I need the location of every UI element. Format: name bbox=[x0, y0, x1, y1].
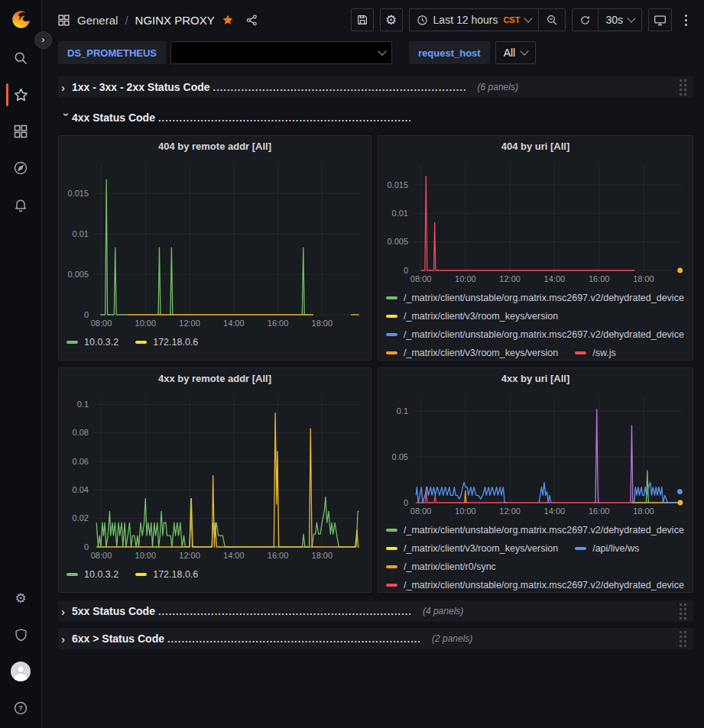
refresh-icon bbox=[579, 15, 591, 26]
panel-legend: /_matrix/client/unstable/org.matrix.msc2… bbox=[378, 287, 693, 360]
refresh-group: 30s bbox=[572, 8, 642, 31]
row-drag-handle[interactable] bbox=[680, 79, 687, 96]
favorite-star-icon[interactable] bbox=[222, 14, 234, 26]
variable-label-datasource[interactable]: DS_PROMETHEUS bbox=[58, 41, 166, 64]
panel-chart-area[interactable]: 08:0010:0012:0014:0016:0018:0000.050.1 bbox=[378, 390, 693, 519]
dashboards-grid-icon bbox=[13, 124, 28, 139]
legend-item[interactable]: /_matrix/client/v3/room_keys/version bbox=[386, 311, 558, 322]
refresh-button[interactable] bbox=[573, 9, 598, 31]
legend-item[interactable]: 172.18.0.6 bbox=[135, 569, 198, 580]
legend-series-swatch bbox=[135, 341, 147, 344]
svg-text:0.01: 0.01 bbox=[392, 209, 408, 218]
row-drag-handle[interactable] bbox=[680, 631, 687, 648]
legend-series-label: 172.18.0.6 bbox=[153, 569, 198, 580]
refresh-interval-picker[interactable]: 30s bbox=[599, 9, 641, 31]
sidebar-item-profile[interactable] bbox=[0, 662, 42, 681]
sidebar-item-configuration[interactable]: ⚙ bbox=[0, 589, 42, 607]
chevron-right-icon: › bbox=[61, 81, 72, 94]
legend-row: 10.0.3.2172.18.0.6 bbox=[67, 565, 363, 584]
zoom-out-time-button[interactable] bbox=[539, 9, 565, 31]
panel-title[interactable]: 404 by remote addr [All] bbox=[59, 136, 371, 157]
row-title: 6xx > Status Code bbox=[72, 633, 164, 645]
search-icon bbox=[13, 50, 28, 66]
sidebar-item-starred[interactable] bbox=[0, 86, 42, 104]
legend-row: /_matrix/client/unstable/org.matrix.msc2… bbox=[386, 576, 685, 592]
row-6xx[interactable]: › 6xx > Status Code ....................… bbox=[58, 628, 693, 649]
legend-series-label: /sw.js bbox=[592, 348, 616, 358]
panel-chart-area[interactable]: 08:0010:0012:0014:0016:0018:0000.0050.01… bbox=[378, 157, 693, 287]
sidebar-item-search[interactable] bbox=[0, 49, 42, 67]
legend-item[interactable]: /_matrix/client/r0/sync bbox=[386, 561, 496, 572]
row-4xx[interactable]: › 4xx Status Code ......................… bbox=[58, 107, 693, 128]
save-dashboard-button[interactable] bbox=[351, 8, 374, 31]
svg-text:12:00: 12:00 bbox=[179, 551, 200, 560]
sidebar-item-alerting[interactable] bbox=[0, 196, 42, 214]
share-icon[interactable] bbox=[245, 14, 258, 27]
apps-grid-icon bbox=[57, 14, 70, 27]
legend-series-swatch bbox=[67, 573, 78, 576]
grafana-logo[interactable] bbox=[0, 8, 42, 31]
row-5xx[interactable]: › 5xx Status Code ......................… bbox=[58, 600, 693, 622]
sidebar-item-server-admin[interactable] bbox=[0, 626, 42, 644]
row-1xx-3xx-2xx[interactable]: › 1xx - 3xx - 2xx Status Code ..........… bbox=[58, 76, 693, 98]
panel-404-by-remote-addr: 404 by remote addr [All] 08:0010:0012:00… bbox=[58, 135, 371, 361]
legend-series-label: 172.18.0.6 bbox=[153, 337, 198, 348]
legend-row: 10.0.3.2172.18.0.6 bbox=[67, 333, 363, 351]
svg-text:18:00: 18:00 bbox=[633, 274, 654, 283]
svg-text:10:00: 10:00 bbox=[455, 274, 476, 283]
row-panel-count: (2 panels) bbox=[432, 633, 472, 644]
legend-item[interactable]: /_matrix/client/v3/room_keys/version bbox=[386, 348, 558, 358]
panel-4xx-by-uri: 4xx by uri [All] 08:0010:0012:0014:0016:… bbox=[378, 367, 693, 593]
variable-label-request-host[interactable]: request_host bbox=[409, 41, 490, 64]
timezone-badge: CST bbox=[503, 15, 520, 24]
legend-item[interactable]: 10.0.3.2 bbox=[67, 569, 118, 580]
legend-item[interactable]: /_matrix/client/unstable/org.matrix.msc2… bbox=[386, 329, 684, 340]
row-title-dots: ........................................… bbox=[158, 112, 410, 124]
kebab-icon bbox=[685, 15, 687, 26]
panel-chart-area[interactable]: 08:0010:0012:0014:0016:0018:0000.020.040… bbox=[59, 390, 371, 564]
time-picker-group: Last 12 hours CST bbox=[409, 8, 566, 31]
row-title-dots: ........................................… bbox=[213, 82, 466, 93]
legend-item[interactable]: /_matrix/client/v3/room_keys/version bbox=[386, 543, 558, 554]
legend-row: /_matrix/client/unstable/org.matrix.msc2… bbox=[386, 521, 685, 539]
legend-series-label: /_matrix/client/unstable/org.matrix.msc2… bbox=[404, 329, 684, 340]
dashboard-title[interactable]: NGINX PROXY bbox=[135, 14, 215, 27]
row-panel-count: (6 panels) bbox=[478, 82, 518, 92]
sidebar-expand-button[interactable]: › bbox=[34, 31, 52, 49]
legend-item[interactable]: 172.18.0.6 bbox=[135, 337, 198, 348]
row-drag-handle[interactable] bbox=[680, 603, 687, 620]
sidebar-item-dashboards[interactable] bbox=[0, 122, 42, 141]
request-host-select[interactable]: All bbox=[495, 41, 537, 64]
datasource-select[interactable] bbox=[170, 41, 392, 64]
legend-row: /_matrix/client/unstable/org.matrix.msc2… bbox=[386, 289, 685, 307]
chevron-right-icon: › bbox=[61, 605, 72, 618]
cycle-view-mode-button[interactable] bbox=[648, 8, 672, 31]
svg-text:08:00: 08:00 bbox=[91, 319, 112, 328]
sidebar-item-explore[interactable] bbox=[0, 159, 42, 177]
row-title: 1xx - 3xx - 2xx Status Code bbox=[72, 81, 210, 93]
legend-item[interactable]: /_matrix/client/unstable/org.matrix.msc2… bbox=[386, 293, 684, 303]
svg-text:12:00: 12:00 bbox=[499, 274, 521, 283]
time-range-picker[interactable]: Last 12 hours CST bbox=[410, 9, 539, 31]
svg-text:18:00: 18:00 bbox=[312, 551, 333, 560]
svg-text:12:00: 12:00 bbox=[179, 319, 200, 328]
row-title: 5xx Status Code bbox=[72, 605, 155, 617]
legend-item[interactable]: /_matrix/client/unstable/org.matrix.msc2… bbox=[386, 580, 684, 590]
dashboard-settings-button[interactable]: ⚙ bbox=[380, 8, 403, 31]
panel-grid-top: 404 by remote addr [All] 08:0010:0012:00… bbox=[58, 135, 693, 361]
sidebar-item-help[interactable]: ? bbox=[0, 699, 42, 717]
grafana-logo-icon bbox=[11, 9, 31, 30]
legend-item[interactable]: 10.0.3.2 bbox=[67, 337, 118, 348]
legend-item[interactable]: /_matrix/client/unstable/org.matrix.msc2… bbox=[386, 525, 684, 535]
panel-grid-bottom: 4xx by remote addr [All] 08:0010:0012:00… bbox=[58, 367, 693, 593]
monitor-icon bbox=[654, 15, 667, 26]
panel-title[interactable]: 4xx by remote addr [All] bbox=[59, 368, 371, 390]
breadcrumb-folder[interactable]: General bbox=[77, 14, 118, 27]
panel-chart-area[interactable]: 08:0010:0012:0014:0016:0018:0000.0050.01… bbox=[59, 157, 371, 332]
legend-item[interactable]: /sw.js bbox=[575, 348, 616, 358]
panel-title[interactable]: 4xx by uri [All] bbox=[378, 368, 693, 390]
legend-series-label: /api/live/ws bbox=[592, 543, 639, 554]
panel-title[interactable]: 404 by uri [All] bbox=[378, 136, 693, 157]
legend-item[interactable]: /api/live/ws bbox=[575, 543, 639, 554]
more-options-button[interactable] bbox=[678, 8, 693, 31]
